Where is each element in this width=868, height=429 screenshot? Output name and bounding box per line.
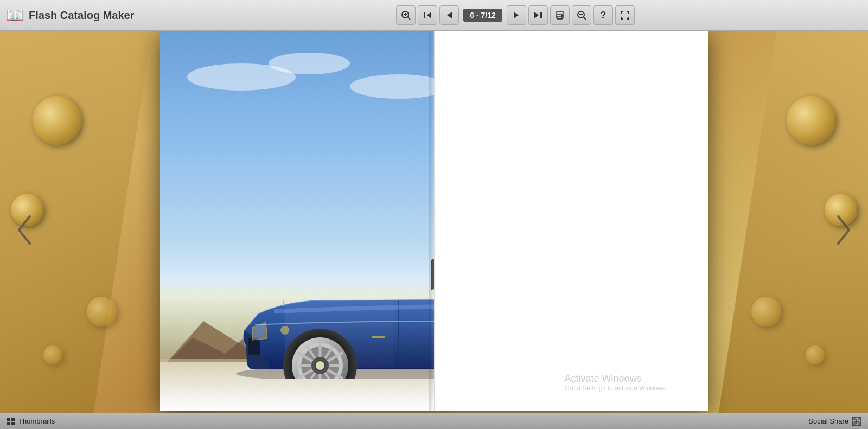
thumbnails-button[interactable]: Thumbnails: [7, 417, 55, 426]
cloud-2: [269, 53, 350, 74]
watermark: Activate Windows Go to Settings to activ…: [565, 373, 667, 392]
zoom-in-button[interactable]: [396, 5, 416, 25]
page-left: [160, 31, 434, 411]
svg-rect-62: [7, 422, 10, 425]
svg-rect-9: [540, 12, 542, 18]
book-container: [160, 31, 708, 411]
car-image: [203, 206, 434, 379]
page-indicator: 6 - 7/12: [463, 9, 502, 22]
svg-marker-6: [447, 12, 452, 18]
first-page-button[interactable]: [418, 5, 437, 25]
logo-icon: 📖: [5, 7, 24, 24]
svg-marker-4: [427, 12, 431, 18]
svg-point-27: [280, 326, 289, 335]
header: 📖 Flash Catalog Maker 6 - 7/12: [0, 0, 868, 31]
print-button[interactable]: [550, 5, 570, 25]
logo-area: 📖 Flash Catalog Maker: [0, 7, 163, 24]
help-button[interactable]: ?: [593, 5, 613, 25]
car-image-spread: [160, 31, 434, 411]
svg-rect-68: [858, 418, 860, 420]
main-area: Activate Windows Go to Settings to activ…: [0, 31, 868, 429]
sphere-right-top: [787, 96, 835, 145]
share-icon: [852, 417, 861, 426]
sphere-right-bottom: [751, 297, 781, 326]
svg-rect-22: [372, 336, 385, 338]
svg-rect-26: [248, 338, 260, 355]
svg-rect-5: [424, 12, 425, 18]
social-share-label: Social Share: [808, 417, 848, 425]
watermark-line1: Activate Windows: [565, 373, 667, 385]
svg-rect-63: [11, 422, 15, 425]
toolbar: 6 - 7/12 ?: [163, 5, 868, 25]
svg-rect-67: [853, 418, 856, 420]
svg-point-44: [316, 361, 324, 370]
last-page-button[interactable]: [528, 5, 548, 25]
social-share-button[interactable]: Social Share: [808, 417, 861, 426]
sphere-left-small: [43, 345, 62, 364]
thumbnails-icon: [7, 417, 15, 426]
svg-marker-7: [514, 12, 519, 18]
app-title: Flash Catalog Maker: [29, 9, 135, 22]
svg-marker-8: [534, 12, 539, 18]
sphere-right-small: [806, 345, 825, 364]
svg-rect-61: [11, 418, 15, 421]
page-right: [434, 31, 708, 411]
svg-rect-11: [558, 16, 562, 19]
prev-page-button[interactable]: [439, 5, 459, 25]
svg-rect-69: [853, 422, 856, 425]
sphere-left-top: [33, 96, 81, 145]
svg-point-12: [561, 15, 563, 16]
fullscreen-button[interactable]: [615, 5, 635, 25]
svg-rect-60: [7, 418, 10, 421]
nav-next-button[interactable]: [830, 208, 857, 252]
nav-prev-button[interactable]: [11, 208, 38, 252]
footer: Thumbnails Social Share: [0, 413, 868, 429]
thumbnails-label: Thumbnails: [18, 417, 55, 425]
svg-line-14: [584, 17, 586, 20]
sphere-left-bottom: [87, 297, 117, 326]
svg-line-1: [408, 17, 410, 20]
watermark-line2: Go to Settings to activate Windows.: [565, 385, 667, 392]
next-page-button[interactable]: [507, 5, 526, 25]
zoom-out-button[interactable]: [572, 5, 591, 25]
svg-rect-70: [858, 422, 860, 425]
